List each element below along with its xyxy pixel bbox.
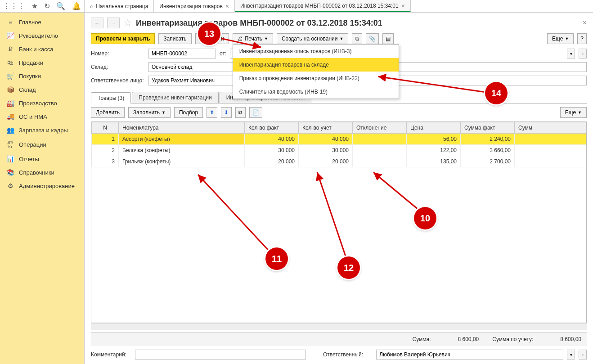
sidebar-item-label: ОС и НМА [19,113,47,120]
close-icon[interactable]: × [225,3,229,10]
action-row: Провести и закрыть Записать Провести 🖨 П… [91,33,587,44]
number-input[interactable] [148,49,216,58]
col-price[interactable]: Цена [407,122,461,134]
chart-icon: 📈 [6,32,14,39]
sidebar-item-assets[interactable]: 🚚ОС и НМА [0,110,84,123]
tab-label: Инвентаризация товаров [159,3,222,9]
print-label: Печать [245,36,262,42]
sidebar-item-label: Отчеты [19,156,39,162]
search-icon[interactable]: 🔍 [56,2,65,10]
star-icon[interactable]: ★ [31,2,38,10]
goods-table[interactable]: N Номенклатура Кол-во факт Кол-во учет О… [91,122,586,167]
chevron-down-icon: ▼ [339,36,343,41]
bell-icon[interactable]: 🔔 [72,2,81,10]
add-button[interactable]: Добавить [91,107,125,118]
fill-label: Заполнить [133,109,160,116]
table-more-button[interactable]: Еще ▼ [560,107,587,118]
annotation-12: 12 [337,256,360,279]
sidebar-item-warehouse[interactable]: 📦Склад [0,83,84,96]
tab-conduct[interactable]: Проведение инвентаризации [132,92,218,103]
structure-button[interactable]: ⧉ [352,33,362,44]
col-nom[interactable]: Номенклатура [119,122,245,134]
col-qty-fact[interactable]: Кол-во факт [245,122,299,134]
help-button[interactable]: ? [577,33,587,44]
sidebar-item-manager[interactable]: 📈Руководителю [0,29,84,42]
col-sum-acc[interactable]: Сумм [515,122,586,134]
create-based-button[interactable]: Создать на основании ▼ [277,33,348,44]
number-label: Номер: [91,50,145,57]
fill-button[interactable]: Заполнить ▼ [128,107,171,118]
col-sum-fact[interactable]: Сумма факт [461,122,515,134]
table-row[interactable]: 3 Грильяж (конфеты) 20,000 20,000 135,00… [92,156,586,167]
sidebar-item-purchases[interactable]: 🛒Покупки [0,69,84,83]
horizontal-scrollbar[interactable] [91,323,587,330]
forward-button[interactable]: → [107,18,120,28]
comment-label: Комментарий: [91,351,131,358]
create-based-label: Создать на основании [282,36,338,42]
print-inv22[interactable]: Приказ о проведении инвентаризации (ИНВ-… [233,72,399,85]
comment-input[interactable] [135,350,306,360]
sidebar-item-main[interactable]: ≡Главное [0,15,84,29]
date-label: от: [220,50,226,57]
cell-price: 135,00 [407,156,461,167]
copy-button[interactable]: ⧉ [235,107,246,118]
sidebar-item-sales[interactable]: 🛍Продажи [0,56,84,69]
paste-button[interactable]: 📄 [249,107,262,118]
more-button[interactable]: Еще ▼ [547,33,574,44]
cell-sf: 2 700,00 [461,156,515,167]
sum-acc-value: 8 600,00 [560,336,581,342]
favorite-icon[interactable]: ☆ [123,17,132,29]
col-n[interactable]: N [92,122,119,134]
sidebar-item-payroll[interactable]: 👥Зарплата и кадры [0,123,84,137]
resp-input[interactable] [376,350,563,360]
move-up-button[interactable]: ⬆ [207,107,217,118]
col-dev[interactable]: Отклонение [353,122,407,134]
sidebar-item-bank[interactable]: ₽Банк и касса [0,42,84,56]
table-row[interactable]: 1 Ассорти (конфеты) 40,000 40,000 56,00 … [92,134,586,145]
sidebar-item-reports[interactable]: 📊Отчеты [0,152,84,166]
page-title: Инвентаризация товаров МНБП-000002 от 03… [136,18,382,28]
sidebar-item-label: Банк и касса [19,46,54,53]
sidebar-item-operations[interactable]: Дт/КтОперации [0,137,84,152]
open-button[interactable]: ▫ [579,350,587,360]
list-button[interactable]: ▤ [382,33,394,44]
tab-goods[interactable]: Товары (3) [91,92,131,103]
close-button[interactable]: × [583,19,587,27]
dropdown-button[interactable]: ▾ [567,350,575,360]
cell-n: 3 [92,156,119,167]
sidebar-item-admin[interactable]: ⚙Администрирование [0,179,84,193]
factory-icon: 🏭 [6,99,14,107]
menu-icon: ≡ [6,18,14,26]
post-and-close-button[interactable]: Провести и закрыть [91,33,155,44]
dropdown-button[interactable]: ▾ [567,49,575,58]
sidebar-item-production[interactable]: 🏭Производство [0,96,84,110]
select-button[interactable]: Подбор [174,107,203,118]
responsible-label: Ответственное лицо: [91,77,145,84]
print-inv19[interactable]: Сличительная ведомость (ИНВ-19) [233,85,399,99]
print-warehouse[interactable]: Инвентаризация товаров на складе [233,58,399,72]
people-icon: 👥 [6,126,14,134]
move-down-button[interactable]: ⬇ [221,107,232,118]
tab-home[interactable]: ⌂ Начальная страница [85,0,154,12]
tab-inventory-doc[interactable]: Инвентаризация товаров МНБП-000002 от 03… [235,0,411,12]
tab-label: Инвентаризация товаров МНБП-000002 от 03… [240,3,399,9]
sidebar-item-label: Операции [19,141,46,148]
sidebar-item-references[interactable]: 📚Справочники [0,166,84,179]
back-button[interactable]: ← [91,18,103,28]
attach-button[interactable]: 📎 [366,33,379,44]
close-icon[interactable]: × [401,2,405,9]
tab-inventory-list[interactable]: Инвентаризация товаров × [154,0,235,12]
cell-sa [515,156,586,167]
col-qty-acc[interactable]: Кол-во учет [299,122,353,134]
save-button[interactable]: Записать [158,33,191,44]
chevron-down-icon: ▼ [162,110,166,115]
cell-sa [515,145,586,156]
table-row[interactable]: 2 Белочка (конфеты) 30,000 30,000 122,00… [92,145,586,156]
open-button[interactable]: ▫ [579,49,587,58]
cell-sf: 3 660,00 [461,145,515,156]
apps-icon[interactable]: ⋮⋮⋮ [3,2,25,10]
print-button[interactable]: 🖨 Печать ▼ [233,33,273,44]
history-icon[interactable]: ↻ [44,2,50,10]
cell-price: 56,00 [407,134,461,145]
print-inv3[interactable]: Инвентаризационная опись товаров (ИНВ-3) [233,45,399,58]
